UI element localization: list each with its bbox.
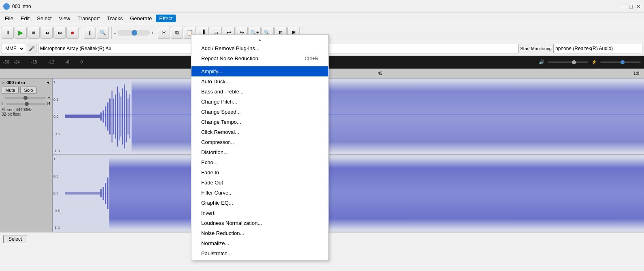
amp-0-5: 0.5 [53,97,64,102]
zoom-tool-button[interactable]: 🔍 [97,27,109,39]
menu-bar: File Edit Select View Transport Tracks G… [0,13,644,24]
mic-button[interactable]: 🎤 [27,44,36,53]
effect-dropdown: ▲ Add / Remove Plug-ins... Repeat Noise … [191,34,329,260]
svg-rect-29 [107,178,108,209]
menu-generate[interactable]: Generate [127,15,155,22]
track1-mute-button[interactable]: Mute [2,87,19,94]
pan-slider[interactable] [6,103,46,105]
menu-transport[interactable]: Transport [74,15,103,22]
db-label-5: -6 [66,60,69,64]
menu-item-repeat-nr[interactable]: Repeat Noise Reduction Ctrl+R [191,53,328,64]
menu-item-invert[interactable]: Invert [191,208,328,218]
waveform-track2[interactable]: 1.0 0.5 0.0 -0.5 -1.0 [53,155,644,231]
menu-item-noise-reduction[interactable]: Noise Reduction... [191,228,328,238]
stop-button[interactable]: ■ [28,27,40,39]
svg-rect-21 [130,95,130,139]
menu-file[interactable]: File [2,15,17,22]
dropdown-sep-1 [191,65,328,65]
menu-item-compressor[interactable]: Compressor... [191,137,328,147]
volume-slider[interactable] [117,30,150,36]
waveform-1[interactable] [65,78,644,155]
waveform-2[interactable] [65,155,644,231]
track1-gain-row: - + [2,95,50,100]
menu-effect[interactable]: Effect [156,15,176,22]
pause-button[interactable]: ⏸ [2,27,14,39]
db-label-6: 0 [81,60,83,64]
dropdown-scroll-up[interactable]: ▲ [191,36,328,43]
svg-rect-8 [105,106,106,126]
track1-name-row: ✕ 000 intro ▼ [2,80,50,85]
menu-item-amplify[interactable]: Amplify... [191,66,328,76]
svg-rect-7 [103,110,104,123]
host-select[interactable]: MME [2,44,25,53]
menu-item-graphic-eq[interactable]: Graphic EQ... [191,198,328,208]
gain-thumb[interactable] [23,96,28,100]
amp2-1-0: 1.0 [53,157,64,161]
menu-item-fade-in[interactable]: Fade In [191,167,328,178]
transport-group: ⏸ ▶ ■ ⏮ ⏭ ● [2,27,81,39]
play-button[interactable]: ▶ [15,27,27,39]
output-vol-slider[interactable] [548,61,588,63]
record-button[interactable]: ● [66,27,79,39]
app-icon [3,3,10,10]
menu-item-change-speed[interactable]: Change Speed... [191,107,328,117]
select-button[interactable]: Select [3,235,27,243]
gain-minus: - [2,95,3,100]
svg-rect-9 [107,102,108,130]
svg-rect-11 [112,91,113,143]
track2-header [0,155,52,232]
speed-slider[interactable] [600,61,641,63]
svg-rect-14 [117,87,118,146]
menu-item-fade-out[interactable]: Fade Out [191,178,328,188]
minimize-button[interactable]: — [621,3,626,10]
amp-neg1-0: -1.0 [53,149,64,153]
menu-view[interactable]: View [56,15,74,22]
svg-rect-15 [119,93,119,141]
menu-item-distortion[interactable]: Distortion... [191,147,328,157]
window-title: 000 intro [12,4,31,9]
copy-button[interactable]: ⧉ [171,27,183,39]
window-controls: — □ ✕ [621,3,641,10]
menu-item-loudness-norm[interactable]: Loudness Normalization... [191,218,328,228]
menu-item-bass-treble[interactable]: Bass and Treble... [191,87,328,97]
pan-thumb[interactable] [25,102,29,106]
monitoring-label: Start Monitoring [520,46,552,51]
title-bar: 000 intro — □ ✕ [0,0,644,13]
maximize-button[interactable]: □ [629,3,633,10]
amp-labels-2: 1.0 0.5 0.0 -0.5 -1.0 [53,155,65,231]
cut-button[interactable]: ✂ [158,27,170,39]
track1-info: Stereo, 44100Hz 32-bit float [2,108,50,116]
svg-rect-6 [100,112,102,121]
track1-solo-button[interactable]: Solo [20,87,36,94]
menu-item-paulstretch[interactable]: Paulstretch... [191,248,328,258]
menu-edit[interactable]: Edit [17,15,33,22]
svg-rect-16 [121,97,121,137]
track1-close[interactable]: ✕ [2,80,5,85]
volume-thumb[interactable] [132,30,137,36]
output-vol-thumb[interactable] [572,60,576,64]
gain-slider[interactable] [4,97,46,99]
speed-thumb[interactable] [621,60,625,64]
amp2-neg1-0: -1.0 [53,226,64,230]
menu-item-auto-duck[interactable]: Auto Duck... [191,76,328,87]
menu-item-filter-curve[interactable]: Filter Curve... [191,188,328,198]
close-button[interactable]: ✕ [636,3,641,10]
svg-rect-28 [105,183,106,204]
amp-neg0-5: -0.5 [53,132,64,136]
track1-arrow[interactable]: ▼ [46,80,50,85]
menu-item-echo[interactable]: Echo... [191,157,328,167]
skip-end-button[interactable]: ⏭ [53,27,66,39]
skip-start-button[interactable]: ⏮ [40,27,53,39]
menu-item-click-removal[interactable]: Click Removal... [191,127,328,137]
timeline-45: 45 [378,71,382,76]
waveform-track1[interactable]: 1.0 0.5 0.0 -0.5 -1.0 // Generated via J… [53,78,644,155]
menu-item-normalize[interactable]: Normalize... [191,238,328,248]
menu-tracks[interactable]: Tracks [104,15,126,22]
menu-select[interactable]: Select [34,15,55,22]
menu-item-change-pitch[interactable]: Change Pitch... [191,97,328,107]
svg-rect-12 [113,98,114,134]
gain-plus: + [48,95,50,100]
menu-item-add-plugins[interactable]: Add / Remove Plug-ins... [191,43,328,53]
menu-item-change-tempo[interactable]: Change Tempo... [191,117,328,127]
select-tool-button[interactable]: I [84,27,96,39]
